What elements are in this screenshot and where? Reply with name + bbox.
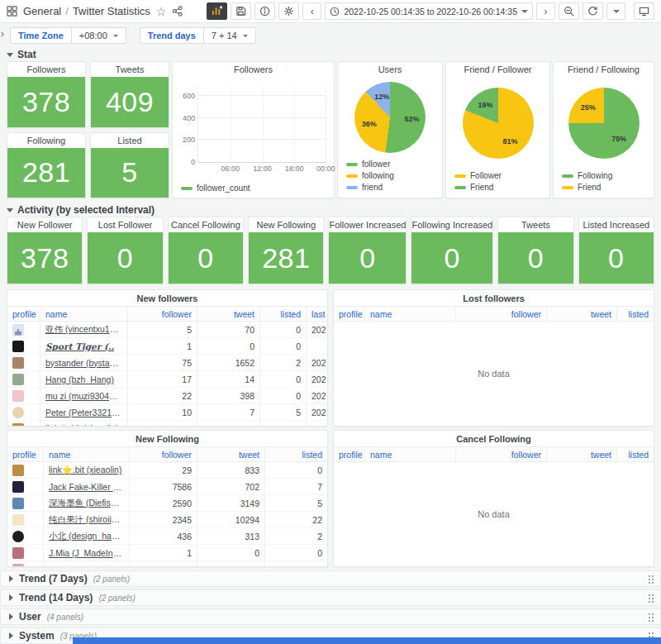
users-pie-panel[interactable]: Users52%36%12%followerfollowingfriend <box>337 61 443 198</box>
column-header-follower[interactable]: follower <box>128 307 197 321</box>
profile-link[interactable]: link⭐.bit (xieaolin) <box>45 423 118 426</box>
dashboards-grid-icon[interactable] <box>7 6 17 17</box>
column-header-follower[interactable]: follower <box>456 307 547 321</box>
profile-link[interactable]: 小北 (design_hacking) <box>49 531 124 542</box>
section-header-stat[interactable]: Stat <box>7 49 36 60</box>
trend-days-dropdown[interactable]: 7 + 14 <box>204 27 256 44</box>
column-header-profile[interactable]: profile <box>7 447 44 461</box>
section-header-activity[interactable]: Activity (by selected Interval) <box>7 204 155 216</box>
stat-panel[interactable]: Listed5 <box>90 132 169 199</box>
column-header-tweet[interactable]: tweet <box>547 307 617 321</box>
friend-following-pie-panel[interactable]: Friend / Following75%25%FollowingFriend <box>553 61 654 198</box>
avatar[interactable] <box>12 547 24 559</box>
profile-link[interactable]: bystander (bystand.. <box>45 358 122 368</box>
collapsed-row-trend-14-days-[interactable]: Trend (14 Days)(2 panels) <box>0 589 661 606</box>
stat-panel[interactable]: New Follower378 <box>7 217 83 284</box>
legend-item[interactable]: Following <box>562 171 612 180</box>
column-header-profile[interactable]: profile <box>334 447 365 461</box>
stat-panel[interactable]: Listed Increased0 <box>578 217 654 284</box>
column-header-name[interactable]: name <box>365 307 456 321</box>
avatar[interactable] <box>12 465 24 476</box>
column-header-tweet[interactable]: tweet <box>197 307 260 321</box>
column-header-listed[interactable]: listed <box>617 307 654 321</box>
refresh-button[interactable] <box>583 2 603 20</box>
breadcrumb-folder[interactable]: General <box>23 5 61 17</box>
profile-link[interactable]: Ebco (Ebco1996) <box>49 565 116 567</box>
avatar[interactable] <box>12 531 24 542</box>
profile-link[interactable]: J.Mia (J_MadeInApril) <box>49 548 124 558</box>
legend-item[interactable]: follower <box>346 160 390 169</box>
friend-follower-pie-panel[interactable]: Friend / Follower81%19%FollowerFriend <box>445 61 550 198</box>
dashboard-info-button[interactable] <box>254 2 275 20</box>
legend-item[interactable]: following <box>346 171 394 180</box>
stat-panel[interactable]: Follower Increased0 <box>328 217 407 284</box>
column-header-listed[interactable]: listed <box>265 447 327 461</box>
dashboard-settings-button[interactable] <box>278 2 299 20</box>
avatar[interactable] <box>12 374 24 385</box>
profile-link[interactable]: link⭐.bit (xieaolin) <box>49 465 121 475</box>
profile-link[interactable]: 亚伟 (vincentxu1318) <box>45 324 122 336</box>
collapsed-row-user[interactable]: User(4 panels) <box>0 608 661 625</box>
stat-panel[interactable]: New Following281 <box>248 217 324 284</box>
stat-panel[interactable]: Cancel Following0 <box>168 217 244 284</box>
follower-cell: 436 <box>130 528 197 544</box>
profile-link[interactable]: 纯白果汁 (shiroijusu) <box>49 514 124 526</box>
expand-menu-icon[interactable]: › <box>1 28 4 40</box>
column-header-follower[interactable]: follower <box>456 447 547 461</box>
column-header-follower[interactable]: follower <box>130 447 197 461</box>
column-header-last[interactable]: last <box>307 307 327 321</box>
time-range-picker[interactable]: 2022-10-25 00:14:35 to 2022-10-26 00:14:… <box>325 2 533 20</box>
stat-panel[interactable]: Tweets0 <box>497 217 573 284</box>
avatar[interactable] <box>12 423 24 427</box>
profile-link[interactable]: Jack Fake-Killer (Phish.. <box>49 482 124 492</box>
time-range-back-button[interactable]: ‹ <box>302 2 321 20</box>
column-header-tweet[interactable]: tweet <box>547 447 617 461</box>
profile-link[interactable]: mu zi (muzi930409.. <box>45 391 122 401</box>
legend-item[interactable]: friend <box>346 183 383 192</box>
column-header-profile[interactable]: profile <box>334 307 365 321</box>
add-panel-button[interactable] <box>207 2 227 20</box>
zoom-out-button[interactable] <box>559 2 579 20</box>
avatar[interactable] <box>12 407 24 418</box>
column-header-listed[interactable]: listed <box>617 447 654 461</box>
legend-item[interactable]: Follower <box>454 171 502 180</box>
drag-handle-icon[interactable] <box>648 575 654 584</box>
avatar[interactable] <box>12 498 24 509</box>
column-header-listed[interactable]: listed <box>260 307 307 321</box>
share-icon[interactable] <box>172 6 183 17</box>
stat-panel[interactable]: Following Increased0 <box>411 217 493 284</box>
drag-handle-icon[interactable] <box>648 613 654 623</box>
followers-chart-panel[interactable]: Followers 600 400 200 0 06:00 12:00 18:0… <box>172 61 335 198</box>
refresh-interval-dropdown[interactable] <box>606 2 625 20</box>
avatar[interactable] <box>12 481 24 493</box>
profile-link[interactable]: 深海墨鱼 (Diefish666) <box>49 498 124 509</box>
profile-link[interactable]: Sport Tiger (.. <box>45 341 114 351</box>
avatar[interactable] <box>12 390 24 402</box>
avatar[interactable] <box>12 564 24 567</box>
column-header-profile[interactable]: profile <box>7 307 40 321</box>
avatar[interactable] <box>12 514 24 526</box>
collapsed-row-trend-7-days-[interactable]: Trend (7 Days)(2 panels) <box>0 570 661 587</box>
profile-link[interactable]: Peter (Peter332167.. <box>45 408 122 417</box>
legend-item[interactable]: Friend <box>454 183 493 192</box>
stat-panel[interactable]: Tweets409 <box>90 61 169 128</box>
avatar[interactable] <box>12 357 24 369</box>
chart-legend[interactable]: follower_count <box>181 184 250 193</box>
avatar[interactable] <box>12 341 24 352</box>
favorite-star-icon[interactable]: ☆ <box>156 6 167 17</box>
stat-panel[interactable]: Following281 <box>7 132 86 199</box>
column-header-name[interactable]: name <box>40 307 128 321</box>
legend-item[interactable]: Friend <box>562 183 601 192</box>
column-header-name[interactable]: name <box>44 447 130 461</box>
kiosk-mode-button[interactable] <box>634 2 654 20</box>
time-range-forward-button[interactable]: › <box>536 2 555 20</box>
column-header-tweet[interactable]: tweet <box>197 447 265 461</box>
stat-panel[interactable]: Lost Follower0 <box>87 217 163 284</box>
timezone-dropdown[interactable]: +08:00 <box>72 27 126 44</box>
save-dashboard-button[interactable] <box>231 2 251 20</box>
stat-panel[interactable]: Followers378 <box>7 61 86 128</box>
column-header-name[interactable]: name <box>365 447 456 461</box>
avatar[interactable] <box>12 324 24 336</box>
profile-link[interactable]: Hang (bzh_Hang) <box>45 374 114 384</box>
drag-handle-icon[interactable] <box>648 594 654 603</box>
